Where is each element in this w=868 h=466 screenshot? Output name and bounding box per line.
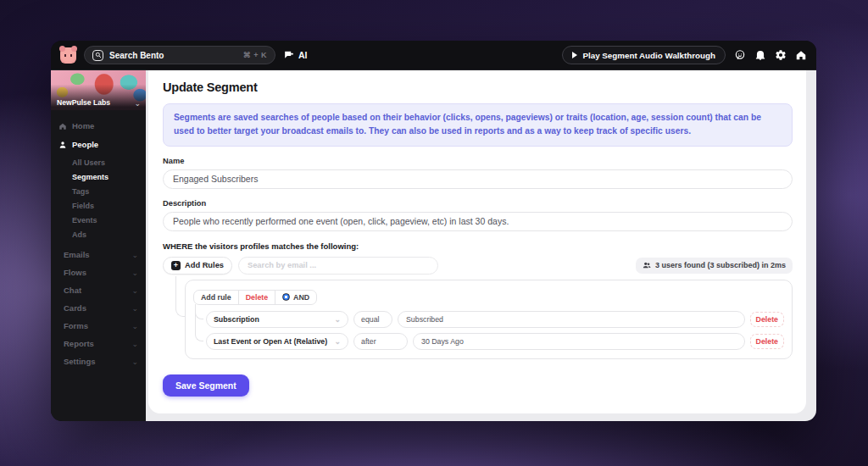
where-clause-label: WHERE the visitors profiles matches the …: [163, 241, 793, 251]
sidebar-section-label: Flows: [64, 268, 126, 277]
sidebar-subitem-label: Tags: [72, 187, 89, 196]
search-icon: [92, 50, 103, 61]
delete-rule-button[interactable]: Delete: [750, 334, 784, 349]
rule-group: Add rule Delete AND Subscript: [185, 280, 793, 359]
home-icon: [58, 122, 67, 130]
add-rule-button[interactable]: Add rule: [194, 291, 238, 304]
sidebar-item-segments[interactable]: Segments: [72, 170, 138, 183]
sidebar-item-label: People: [72, 140, 98, 149]
conjunction-toggle[interactable]: AND: [275, 291, 316, 304]
rule-value-input[interactable]: [413, 333, 745, 350]
search-placeholder: Search Bento: [109, 51, 237, 60]
sidebar-item-reports[interactable]: Reports ⌄: [58, 335, 138, 352]
sidebar-subitem-label: Events: [72, 216, 97, 225]
rule-operator-input[interactable]: [353, 311, 392, 328]
settings-gear-icon[interactable]: [774, 49, 787, 62]
rule-row: Subscription ⌄ Delete: [206, 311, 784, 328]
rule-tree: Add rule Delete AND Subscript: [163, 280, 793, 359]
rule-group-header: Add rule Delete AND: [193, 290, 317, 305]
segment-name-input[interactable]: [163, 169, 793, 189]
sidebar-item-home[interactable]: Home: [58, 119, 138, 133]
sidebar-section-label: Chat: [64, 286, 126, 295]
sidebar-nav: Home People All Users Segments Tags Fiel…: [51, 110, 146, 421]
sidebar-item-label: Home: [72, 121, 94, 130]
bento-logo[interactable]: [60, 47, 76, 64]
sidebar-subitem-label: Fields: [72, 202, 94, 210]
main-area: Update Segment Segments are saved search…: [146, 70, 816, 421]
radio-selected-icon: [282, 293, 290, 301]
play-walkthrough-label: Play Segment Audio Walkthrough: [582, 51, 715, 60]
chevron-down-icon: ⌄: [131, 286, 138, 295]
bento-logo-face: [64, 54, 73, 57]
sidebar-section-label: Reports: [64, 339, 126, 348]
support-chat-icon[interactable]: [733, 49, 746, 62]
workspace-switcher[interactable]: NewPulse Labs ⌄: [51, 70, 146, 110]
results-count-badge: 3 users found (3 subscribed) in 2ms: [636, 258, 793, 274]
sidebar-subitem-label: Segments: [72, 173, 108, 181]
add-rules-icon: +: [171, 261, 181, 270]
sidebar-section-label: Settings: [64, 357, 126, 366]
save-segment-button[interactable]: Save Segment: [163, 374, 249, 397]
conjunction-label: AND: [293, 293, 309, 302]
sidebar-item-flows[interactable]: Flows ⌄: [58, 264, 138, 281]
ai-icon: [283, 50, 294, 61]
ai-label: AI: [298, 50, 308, 60]
rule-field-value: Last Event or Open At (Relative): [214, 337, 327, 346]
page-title: Update Segment: [163, 80, 793, 94]
sidebar-item-emails[interactable]: Emails ⌄: [58, 246, 138, 264]
sidebar-section-label: Cards: [64, 303, 126, 313]
rule-row: Last Event or Open At (Relative) ⌄ Delet…: [206, 333, 784, 350]
sidebar-item-fields[interactable]: Fields: [72, 199, 138, 212]
chevron-down-icon: ⌄: [131, 358, 138, 366]
users-icon: [643, 261, 651, 269]
play-icon: [572, 52, 577, 58]
sidebar-item-chat[interactable]: Chat ⌄: [58, 281, 138, 299]
workspace-chevron-icon: ⌄: [134, 99, 141, 108]
sidebar-item-settings[interactable]: Settings ⌄: [58, 352, 138, 370]
email-search-input[interactable]: [238, 257, 438, 275]
sidebar-item-cards[interactable]: Cards ⌄: [58, 299, 138, 317]
segment-description-input[interactable]: [163, 212, 793, 231]
top-bar: Search Bento ⌘ + K AI Play Segment Audio…: [51, 41, 816, 70]
chevron-down-icon: ⌄: [131, 251, 138, 259]
sidebar-item-forms[interactable]: Forms ⌄: [58, 317, 138, 335]
home-icon[interactable]: [794, 49, 807, 62]
rule-field-select[interactable]: Subscription ⌄: [206, 311, 348, 328]
name-label: Name: [163, 157, 793, 165]
chevron-down-icon: ⌄: [131, 269, 138, 277]
search-shortcut: ⌘ + K: [243, 51, 267, 59]
rule-field-select[interactable]: Last Event or Open At (Relative) ⌄: [206, 333, 348, 350]
chevron-down-icon: ⌄: [131, 304, 138, 313]
sidebar-subitem-label: Ads: [72, 230, 86, 239]
rule-rows: Subscription ⌄ Delete Last Event: [206, 311, 784, 350]
chevron-down-icon: ⌄: [131, 322, 138, 330]
sidebar-item-events[interactable]: Events: [72, 214, 138, 226]
tree-connector: [175, 276, 185, 317]
sidebar-item-tags[interactable]: Tags: [72, 185, 138, 197]
person-icon: [58, 141, 67, 149]
sidebar-item-ads[interactable]: Ads: [72, 228, 138, 241]
add-rules-button[interactable]: + Add Rules: [163, 257, 232, 275]
tree-connector: [195, 306, 203, 341]
rule-operator-input[interactable]: [353, 333, 408, 350]
chevron-down-icon: ⌄: [334, 337, 341, 346]
chevron-down-icon: ⌄: [334, 315, 341, 324]
sidebar-item-all-users[interactable]: All Users: [72, 156, 138, 169]
rule-value-input[interactable]: [398, 311, 745, 328]
sidebar-item-people[interactable]: People: [58, 137, 138, 152]
delete-group-button[interactable]: Delete: [238, 291, 275, 304]
sidebar-subitem-label: All Users: [72, 158, 105, 167]
app-window: Search Bento ⌘ + K AI Play Segment Audio…: [51, 41, 816, 421]
notifications-bell-icon[interactable]: [754, 49, 766, 62]
ai-button[interactable]: AI: [283, 50, 308, 61]
delete-rule-button[interactable]: Delete: [750, 312, 784, 327]
sidebar-section-label: Emails: [64, 250, 126, 259]
global-search-button[interactable]: Search Bento ⌘ + K: [84, 46, 275, 64]
segment-form-card: Update Segment Segments are saved search…: [148, 70, 806, 413]
segment-info-banner: Segments are saved searches of people ba…: [163, 103, 793, 147]
play-walkthrough-button[interactable]: Play Segment Audio Walkthrough: [562, 46, 726, 64]
workspace-name: NewPulse Labs: [57, 98, 110, 107]
add-rules-label: Add Rules: [185, 261, 224, 269]
results-count-text: 3 users found (3 subscribed) in 2ms: [655, 261, 786, 269]
chevron-down-icon: ⌄: [131, 340, 138, 348]
